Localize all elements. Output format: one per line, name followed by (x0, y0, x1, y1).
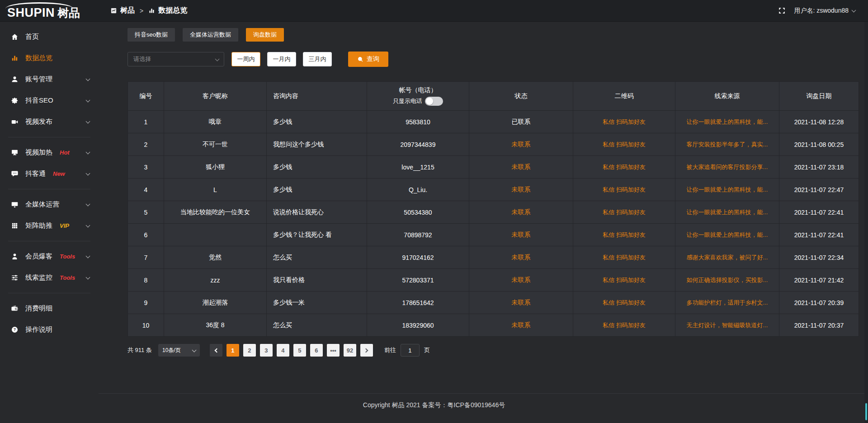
cell-date: 2021-11-07 22:47 (779, 179, 859, 201)
table-row: 9潮起潮落多少钱一米178651642未联系私信 扫码加好友多功能护栏灯，适用于… (128, 291, 859, 314)
page-size-select[interactable]: 10条/页 (158, 344, 200, 357)
source-link[interactable]: 被大家追着问的客厅投影分享... (687, 164, 768, 170)
search-button[interactable]: 查询 (348, 52, 388, 67)
phone-only-toggle[interactable] (425, 97, 443, 106)
more-pages-button[interactable]: ••• (327, 344, 340, 357)
sidebar-item-account-manage[interactable]: 账号管理 (0, 69, 99, 90)
sidebar-item-clue-monitor[interactable]: 线索监控Tools (0, 267, 99, 288)
cell-source: 无主灯设计，智能磁吸轨道灯... (675, 314, 779, 337)
next-page-button[interactable] (360, 344, 373, 357)
chevron-down-icon (86, 254, 90, 258)
cell-id: 4 (128, 179, 164, 201)
page-button-5[interactable]: 5 (293, 344, 306, 357)
sidebar-item-help[interactable]: ?操作说明 (0, 319, 99, 340)
source-link[interactable]: 让你一眼就爱上的黑科技，能... (687, 118, 768, 125)
prev-page-button[interactable] (210, 344, 222, 357)
cell-source: 客厅安装投影半年多了，真实... (675, 133, 779, 156)
cell-source: 让你一眼就爱上的黑科技，能... (675, 201, 779, 224)
scrollbar[interactable] (864, 0, 868, 423)
cell-status: 未联系 (469, 201, 573, 224)
cell-date: 2021-11-07 22:41 (779, 201, 859, 224)
sidebar-item-matrix-boost[interactable]: 矩阵助推VIP (0, 215, 99, 236)
page-button-3[interactable]: 3 (260, 344, 273, 357)
sidebar-item-douyin-seo[interactable]: 抖音SEO (0, 90, 99, 111)
filter-bar: 请选择 一周内一月内三月内 查询 (127, 52, 859, 67)
table-header: 编号客户昵称咨询内容帐号（电话）只显示电话状态二维码线索来源询盘日期 (128, 82, 859, 111)
page-button-1[interactable]: 1 (226, 344, 239, 357)
source-link[interactable]: 让你一眼就爱上的黑科技，能... (687, 186, 768, 193)
range-button-week[interactable]: 一周内 (231, 52, 260, 66)
cell-content: 多少钱 (267, 111, 367, 133)
page-button-4[interactable]: 4 (277, 344, 289, 357)
cell-account: 178651642 (367, 291, 469, 314)
breadcrumb-page-icon (148, 7, 155, 14)
chevron-down-icon (215, 56, 220, 61)
qrcode-link[interactable]: 私信 扫码加好友 (603, 231, 646, 238)
pagination-total: 共 911 条 (127, 346, 152, 354)
sidebar-item-video-heat[interactable]: 视频加热Hot (0, 142, 99, 163)
source-link[interactable]: 客厅安装投影半年多了，真实... (687, 141, 768, 148)
sidebar-item-member-baoke[interactable]: 会员爆客Tools (0, 246, 99, 267)
sidebar-item-media-operation[interactable]: 全媒体运营 (0, 194, 99, 215)
sidebar-item-data-overview[interactable]: 数据总览 (0, 47, 99, 69)
table-row: 1哦章多少钱9583810已联系私信 扫码加好友让你一眼就爱上的黑科技，能...… (128, 111, 859, 133)
chart-icon (11, 54, 19, 62)
range-button-month[interactable]: 一月内 (267, 52, 296, 66)
qrcode-link[interactable]: 私信 扫码加好友 (603, 186, 646, 193)
qrcode-link[interactable]: 私信 扫码加好友 (603, 118, 646, 125)
cell-source: 如何正确选择投影仪，买投影... (675, 269, 779, 291)
main-content: 抖音seo数据全媒体运营数据询盘数据 请选择 一周内一月内三月内 查询 编号客户… (99, 22, 868, 423)
search-icon (357, 56, 363, 62)
cell-date: 2021-11-07 20:39 (779, 291, 859, 314)
qrcode-link[interactable]: 私信 扫码加好友 (603, 254, 646, 261)
qrcode-link[interactable]: 私信 扫码加好友 (603, 209, 646, 216)
sidebar-item-video-publish[interactable]: 视频发布 (0, 111, 99, 132)
logo[interactable]: SHUPIN 树品 (0, 0, 99, 22)
page-button-6[interactable]: 6 (310, 344, 323, 357)
source-link[interactable]: 让你一眼就爱上的黑科技，能... (687, 231, 768, 238)
source-link[interactable]: 多功能护栏灯，适用于乡村文... (687, 299, 768, 306)
breadcrumb-brand[interactable]: 树品 (120, 6, 135, 15)
source-link[interactable]: 无主灯设计，智能磁吸轨道灯... (687, 322, 768, 329)
sidebar-divider (8, 241, 90, 241)
qrcode-link[interactable]: 私信 扫码加好友 (603, 322, 646, 329)
sidebar-item-expense-detail[interactable]: 消费明细 (0, 298, 99, 319)
tab-media-operation-data[interactable]: 全媒体运营数据 (183, 28, 238, 42)
scrollbar-thumb[interactable] (865, 403, 867, 420)
page-button-2[interactable]: 2 (243, 344, 256, 357)
goto-page-input[interactable] (401, 344, 420, 357)
source-link[interactable]: 如何正确选择投影仪，买投影... (687, 277, 768, 283)
page-button-92[interactable]: 92 (344, 344, 356, 357)
breadcrumb-separator: > (140, 7, 143, 14)
column-header: 线索来源 (675, 82, 779, 111)
qrcode-link[interactable]: 私信 扫码加好友 (603, 277, 646, 283)
fullscreen-icon[interactable] (778, 7, 786, 14)
cell-qrcode: 私信 扫码加好友 (573, 246, 675, 269)
grid-icon (11, 222, 19, 230)
home-icon (11, 33, 19, 41)
filter-select[interactable]: 请选择 (127, 52, 224, 66)
table-row: 2不可一世我想问这个多少钱2097344839未联系私信 扫码加好友客厅安装投影… (128, 133, 859, 156)
source-link[interactable]: 让你一眼就爱上的黑科技，能... (687, 209, 768, 216)
qrcode-link[interactable]: 私信 扫码加好友 (603, 299, 646, 306)
source-link[interactable]: 感谢大家喜欢我家，被问了好... (687, 254, 768, 261)
cell-id: 7 (128, 246, 164, 269)
qrcode-link[interactable]: 私信 扫码加好友 (603, 141, 646, 148)
goto-suffix: 页 (424, 346, 430, 354)
cell-date: 2021-11-07 21:42 (779, 269, 859, 291)
user-label: 用户名: zswodun88 (794, 7, 849, 15)
table-row: 3狐小狸多少钱love__1215未联系私信 扫码加好友被大家追着问的客厅投影分… (128, 156, 859, 179)
sidebar-item-douketong[interactable]: 抖客通New (0, 163, 99, 184)
tab-douyin-seo-data[interactable]: 抖音seo数据 (127, 28, 175, 42)
range-button-quarter[interactable]: 三月内 (303, 52, 332, 66)
sidebar-item-home[interactable]: 首页 (0, 26, 99, 47)
cell-id: 8 (128, 269, 164, 291)
breadcrumb: 树品 > 数据总览 (110, 6, 187, 15)
cell-nickname: 潮起潮落 (164, 291, 267, 314)
cell-content: 怎么买 (267, 314, 367, 337)
qrcode-link[interactable]: 私信 扫码加好友 (603, 164, 646, 170)
user-menu[interactable]: 用户名: zswodun88 (794, 7, 855, 15)
cell-account: 183929060 (367, 314, 469, 337)
cell-status: 未联系 (469, 314, 573, 337)
tab-inquiry-data[interactable]: 询盘数据 (246, 28, 284, 42)
